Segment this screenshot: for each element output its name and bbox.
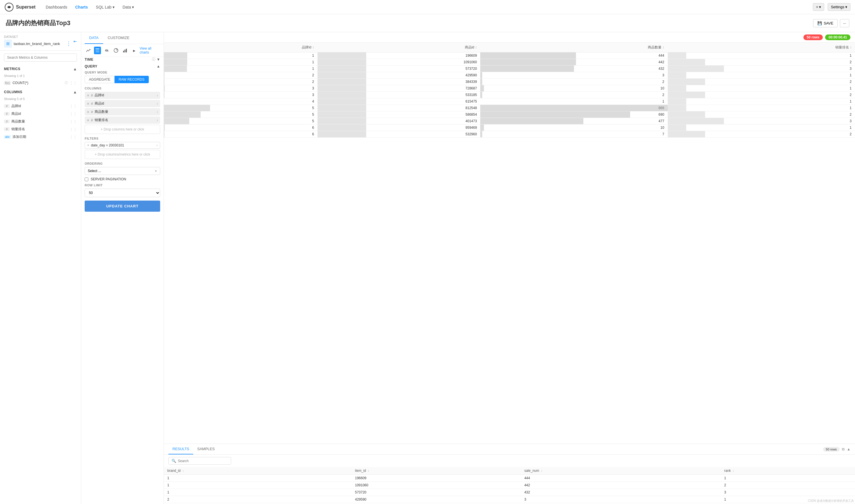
save-label: SAVE xyxy=(824,21,833,25)
chart-cell-item: 812548 xyxy=(318,105,480,111)
tab-customize[interactable]: CUSTOMIZE xyxy=(103,32,134,44)
col-tag-arrow-item[interactable]: › xyxy=(157,102,158,106)
rows-badge: 50 rows xyxy=(803,35,823,40)
metrics-section-header[interactable]: Metrics ▲ xyxy=(0,65,81,73)
collapse-icon[interactable]: ▲ xyxy=(847,447,851,451)
chart-th-rank[interactable]: 销量排名 ↕ xyxy=(668,43,855,52)
filter-tag-arrow[interactable]: › xyxy=(157,143,158,147)
col-date[interactable]: abc 添加日期 ⋮⋮ xyxy=(0,133,81,141)
col-brand-id[interactable]: # 品牌id ⋮⋮ xyxy=(0,102,81,110)
collapse-dataset-icon[interactable]: ⇤ xyxy=(73,39,77,43)
filter-tag-remove[interactable]: × xyxy=(87,143,89,147)
drop-columns-area[interactable]: + Drop columns here or click xyxy=(85,125,160,134)
result-th-sale[interactable]: sale_num ↕ xyxy=(521,467,721,475)
chart-table-row: 238433922 xyxy=(164,79,855,85)
server-pagination-label[interactable]: SERVER PAGINATION xyxy=(91,177,126,181)
chart-cell-sale: 477 xyxy=(480,118,667,125)
search-metrics-wrap xyxy=(4,54,77,61)
ordering-select[interactable]: Select ... xyxy=(85,167,160,175)
chart-cell-brand: 1 xyxy=(164,66,318,72)
settings-button[interactable]: Settings ▾ xyxy=(827,3,851,11)
result-cell-item_id: 196609 xyxy=(352,475,521,482)
chart-type-row: 4k ▸ View all charts xyxy=(81,44,164,57)
chart-th-brand[interactable]: 品牌id ↕ xyxy=(164,43,318,52)
col-tag-arrow-sale[interactable]: › xyxy=(157,110,158,114)
col-tag-remove-rank[interactable]: × xyxy=(87,118,89,123)
col-sale-num[interactable]: # 商品数量 ⋮⋮ xyxy=(0,118,81,125)
time-section-header[interactable]: Time ⓘ ▼ xyxy=(85,57,160,62)
query-section-header[interactable]: Query ▲ xyxy=(85,64,160,68)
col-item-id[interactable]: # 商品id ⋮⋮ xyxy=(0,110,81,118)
update-chart-button[interactable]: UPDATE CHART xyxy=(85,201,160,212)
brand-logo[interactable]: Superset xyxy=(4,3,35,12)
drop-filters-area[interactable]: + Drop columns/metrics here or click xyxy=(85,150,160,159)
chart-cell-brand: 3 xyxy=(164,85,318,92)
chart-pie-icon[interactable] xyxy=(112,47,120,54)
tab-results[interactable]: RESULTS xyxy=(168,444,193,454)
add-button[interactable]: + ▾ xyxy=(813,3,824,11)
col-rank[interactable]: # 销量排名 ⋮⋮ xyxy=(0,125,81,133)
query-label: Query xyxy=(85,65,97,68)
chart-cell-item: 533185 xyxy=(318,92,480,98)
save-icon: 💾 xyxy=(817,21,822,25)
result-cell-rank: 3 xyxy=(721,489,855,496)
tab-data[interactable]: DATA xyxy=(85,32,103,44)
col-tag-arrow-rank[interactable]: › xyxy=(157,118,158,122)
aggregate-btn[interactable]: AGGREGATE xyxy=(85,76,114,83)
more-button[interactable]: ··· xyxy=(840,19,849,28)
server-pagination-checkbox[interactable] xyxy=(85,178,88,181)
nav-data[interactable]: Data ▾ xyxy=(119,3,137,11)
col-tag-remove-brand[interactable]: × xyxy=(87,93,89,98)
save-button[interactable]: 💾 SAVE xyxy=(813,19,838,28)
time-section: Time ⓘ ▼ xyxy=(81,57,164,64)
nav-sqllab[interactable]: SQL Lab ▾ xyxy=(92,3,118,11)
dataset-section: Dataset ⊞ taobao.tm_brand_item_rank ⋮ ⇤ xyxy=(0,32,81,51)
chart-table-row: 461547511 xyxy=(164,98,855,105)
results-table: brand_id ↕ item_id ↕ sale_num ↕ rank ↕ 1… xyxy=(164,467,855,504)
chart-table-icon[interactable] xyxy=(94,47,101,54)
svg-rect-7 xyxy=(125,50,125,52)
tab-samples[interactable]: SAMPLES xyxy=(193,444,219,454)
nav-charts[interactable]: Charts xyxy=(72,3,91,11)
chart-cell-brand: 2 xyxy=(164,79,318,85)
result-th-item[interactable]: item_id ↕ xyxy=(352,467,521,475)
metric-count-star[interactable]: f(x) COUNT(*) ⓘ ⋮⋮ xyxy=(0,79,81,86)
chart-table-row: 58125488661 xyxy=(164,105,855,111)
right-panel: 50 rows 00:00:00.41 品牌id ↕ 商品id ↕ 商品数量 ↕… xyxy=(164,32,855,504)
chart-th-item[interactable]: 商品id ↕ xyxy=(318,43,480,52)
chart-table-row: 653296072 xyxy=(164,131,855,138)
chart-more-icon[interactable]: ▸ xyxy=(130,47,138,54)
col-tag-remove-item[interactable]: × xyxy=(87,102,89,106)
chart-bar-icon[interactable] xyxy=(121,47,129,54)
chart-cell-brand: 5 xyxy=(164,118,318,125)
col-tag-remove-sale[interactable]: × xyxy=(87,110,89,114)
search-icon: 🔍 xyxy=(172,459,176,463)
columns-showing: Showing 5 of 5 xyxy=(0,96,81,102)
columns-section-header[interactable]: Columns ▲ xyxy=(0,88,81,96)
row-limit-select[interactable]: 50 xyxy=(85,188,160,197)
dataset-options[interactable]: ⋮ xyxy=(66,40,71,47)
view-all-charts-link[interactable]: View all charts xyxy=(140,47,160,54)
chart-table-row: 242959031 xyxy=(164,72,855,79)
chart-cell-rank: 1 xyxy=(668,72,855,79)
chart-cell-rank: 1 xyxy=(668,52,855,59)
chart-line-icon[interactable] xyxy=(85,47,92,54)
col-tag-arrow-brand[interactable]: › xyxy=(157,93,158,97)
chart-cell-sale: 432 xyxy=(480,66,667,72)
chart-4k-icon[interactable]: 4k xyxy=(103,47,110,54)
metrics-showing: Showing 1 of 1 xyxy=(0,73,81,79)
nav-dashboards[interactable]: Dashboards xyxy=(42,3,71,11)
col-drag-handle: ⋮⋮ xyxy=(70,112,77,116)
result-th-brand[interactable]: brand_id ↕ xyxy=(164,467,352,475)
chart-cell-sale: 10 xyxy=(480,85,667,92)
result-cell-rank: 2 xyxy=(721,503,855,504)
result-th-rank[interactable]: rank ↕ xyxy=(721,467,855,475)
raw-records-btn[interactable]: RAW RECORDS xyxy=(114,76,149,83)
chart-th-sale[interactable]: 商品数量 ↕ xyxy=(480,43,667,52)
svg-rect-2 xyxy=(95,50,100,50)
metric-info-icon[interactable]: ⓘ xyxy=(65,80,68,85)
results-search-input[interactable] xyxy=(178,459,218,463)
chart-cell-sale: 444 xyxy=(480,52,667,59)
copy-icon[interactable]: ⧉ xyxy=(842,447,844,452)
search-metrics-input[interactable] xyxy=(4,54,77,61)
